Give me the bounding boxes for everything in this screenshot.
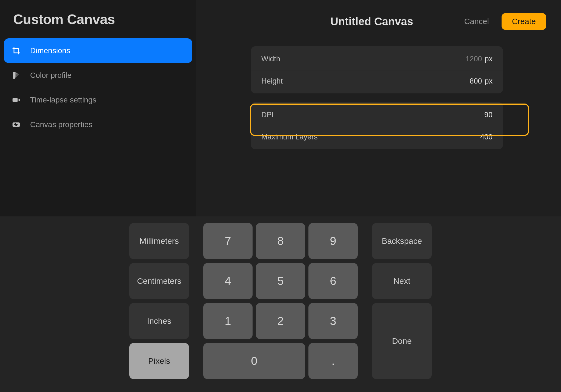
dpi-layers-group: DPI 90 Maximum Layers 400 (251, 102, 503, 149)
crop-icon (12, 46, 21, 55)
sidebar-item-label: Time-lapse settings (30, 96, 96, 104)
unit-millimeters-key[interactable]: Millimeters (129, 223, 189, 259)
svg-rect-0 (13, 98, 18, 102)
sidebar: Custom Canvas Dimensions Color profile (0, 0, 196, 216)
digit-2-key[interactable]: 2 (256, 303, 305, 339)
digit-8-key[interactable]: 8 (256, 223, 305, 259)
digit-6-key[interactable]: 6 (308, 263, 358, 299)
digit-3-key[interactable]: 3 (308, 303, 358, 339)
swatch-icon (12, 71, 21, 80)
create-button[interactable]: Create (502, 13, 546, 30)
numeric-keypad: Millimeters 7 8 9 Backspace Centimeters … (0, 216, 561, 392)
dpi-field[interactable]: DPI 90 (251, 104, 503, 126)
width-field[interactable]: Width 1200 px (251, 48, 503, 70)
sidebar-item-dimensions[interactable]: Dimensions (4, 38, 192, 63)
wave-icon (12, 120, 21, 129)
sidebar-item-label: Color profile (30, 71, 71, 80)
digit-4-key[interactable]: 4 (203, 263, 253, 299)
field-value: 800 (470, 77, 482, 85)
video-icon (12, 95, 21, 105)
sidebar-item-timelapse[interactable]: Time-lapse settings (4, 88, 192, 112)
next-key[interactable]: Next (372, 263, 432, 299)
field-label: Height (261, 77, 283, 85)
decimal-point-key[interactable]: . (308, 343, 358, 379)
unit-inches-key[interactable]: Inches (129, 303, 189, 339)
sidebar-item-color-profile[interactable]: Color profile (4, 63, 192, 88)
canvas-title[interactable]: Untitled Canvas (330, 15, 413, 28)
sidebar-item-label: Dimensions (30, 46, 70, 55)
backspace-key[interactable]: Backspace (372, 223, 432, 259)
field-unit: px (485, 55, 493, 63)
digit-9-key[interactable]: 9 (308, 223, 358, 259)
cancel-button[interactable]: Cancel (464, 17, 489, 26)
sidebar-item-canvas-properties[interactable]: Canvas properties (4, 112, 192, 137)
sidebar-item-label: Canvas properties (30, 120, 92, 129)
height-field[interactable]: Height 800 px (251, 70, 503, 92)
unit-centimeters-key[interactable]: Centimeters (129, 263, 189, 299)
field-unit: px (485, 77, 493, 85)
unit-pixels-key[interactable]: Pixels (129, 343, 189, 379)
sidebar-title: Custom Canvas (4, 9, 192, 38)
main-panel: Untitled Canvas Cancel Create Width 1200… (196, 0, 561, 216)
size-field-group: Width 1200 px Height 800 px (251, 46, 503, 93)
field-value: 90 (484, 111, 493, 119)
field-label: DPI (261, 111, 274, 119)
digit-1-key[interactable]: 1 (203, 303, 253, 339)
field-label: Maximum Layers (261, 133, 318, 141)
done-key[interactable]: Done (372, 303, 432, 379)
digit-0-key[interactable]: 0 (203, 343, 305, 379)
digit-7-key[interactable]: 7 (203, 223, 253, 259)
field-label: Width (261, 55, 280, 63)
max-layers-field[interactable]: Maximum Layers 400 (251, 126, 503, 148)
field-value: 1200 (465, 55, 482, 63)
digit-5-key[interactable]: 5 (256, 263, 305, 299)
field-value: 400 (480, 133, 493, 141)
